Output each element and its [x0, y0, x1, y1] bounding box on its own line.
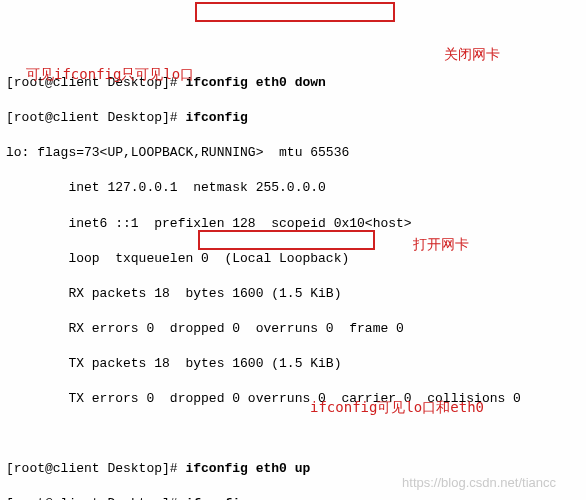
output-line: loop txqueuelen 0 (Local Loopback): [6, 250, 580, 268]
command: ifconfig eth0 down: [185, 75, 325, 90]
output-line: RX packets 18 bytes 1600 (1.5 KiB): [6, 285, 580, 303]
prompt: [root@client Desktop]#: [6, 110, 185, 125]
output-line: TX packets 18 bytes 1600 (1.5 KiB): [6, 355, 580, 373]
annotation-lo-eth0: ifconfig可见lo口和eth0: [310, 398, 484, 417]
terminal-line[interactable]: [root@client Desktop]# ifconfig: [6, 495, 580, 500]
terminal-line[interactable]: [root@client Desktop]# ifconfig: [6, 109, 580, 127]
annotation-close-nic: 关闭网卡: [444, 45, 500, 64]
command: ifconfig: [185, 496, 247, 500]
output-line: inet6 ::1 prefixlen 128 scopeid 0x10<hos…: [6, 215, 580, 233]
output-line: lo: flags=73<UP,LOOPBACK,RUNNING> mtu 65…: [6, 144, 580, 162]
command: ifconfig eth0 up: [185, 461, 310, 476]
prompt: [root@client Desktop]#: [6, 461, 185, 476]
terminal-line[interactable]: [root@client Desktop]# ifconfig eth0 up: [6, 460, 580, 478]
annotation-only-lo: 可见ifconfig只可见lo口: [26, 65, 194, 84]
command: ifconfig: [185, 110, 247, 125]
prompt: [root@client Desktop]#: [6, 496, 185, 500]
blank-line: [6, 425, 580, 443]
highlight-box: [198, 230, 375, 250]
annotation-open-nic: 打开网卡: [413, 235, 469, 254]
watermark: https://blog.csdn.net/tiancc: [402, 474, 556, 492]
output-line: RX errors 0 dropped 0 overruns 0 frame 0: [6, 320, 580, 338]
output-line: TX errors 0 dropped 0 overruns 0 carrier…: [6, 390, 580, 408]
output-line: inet 127.0.0.1 netmask 255.0.0.0: [6, 179, 580, 197]
highlight-box: [195, 2, 395, 22]
